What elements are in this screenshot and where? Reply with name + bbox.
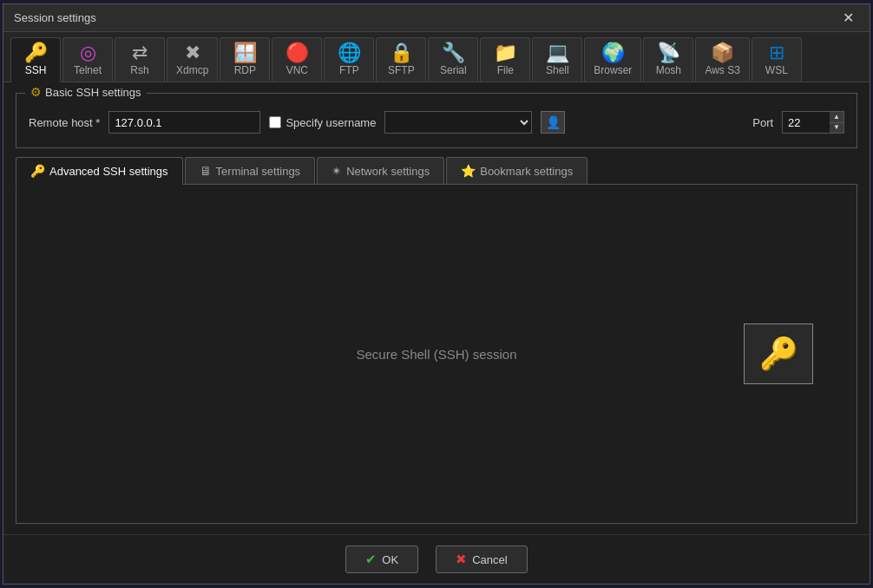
sub-tabs: 🔑Advanced SSH settings🖥Terminal settings…	[16, 157, 857, 185]
proto-label-sftp: SFTP	[388, 64, 415, 76]
sub-tab-label-advanced: Advanced SSH settings	[49, 165, 168, 178]
proto-icon-ftp: 🌐	[338, 43, 361, 62]
specify-username-label: Specify username	[286, 116, 376, 129]
settings-legend-icon: ⚙	[30, 85, 42, 99]
protocol-tab-serial[interactable]: 🔧Serial	[428, 37, 478, 82]
proto-icon-telnet: ◎	[80, 43, 96, 62]
key-icon: 🔑	[759, 336, 798, 372]
proto-label-wsl: WSL	[765, 64, 788, 76]
user-icon: 👤	[546, 115, 561, 129]
proto-label-awss3: Aws S3	[705, 64, 739, 76]
proto-label-ssh: SSH	[25, 64, 47, 76]
key-icon-box: 🔑	[744, 323, 813, 384]
proto-icon-rdp: 🪟	[233, 43, 257, 62]
proto-icon-file: 📁	[494, 43, 517, 62]
dialog-title: Session settings	[14, 11, 96, 24]
basic-settings-legend: ⚙ Basic SSH settings	[25, 85, 147, 99]
protocol-tab-vnc[interactable]: 🔴VNC	[272, 37, 322, 82]
proto-label-file: File	[497, 64, 514, 76]
protocol-tab-rsh[interactable]: ⇄Rsh	[115, 37, 165, 82]
sub-tab-icon-advanced: 🔑	[30, 164, 45, 178]
sub-tab-icon-terminal: 🖥	[200, 164, 212, 178]
sub-tab-icon-bookmark: ⭐	[461, 164, 476, 178]
protocol-tab-ftp[interactable]: 🌐FTP	[324, 37, 374, 82]
protocol-tab-wsl[interactable]: ⊞WSL	[752, 37, 802, 82]
proto-label-browser: Browser	[594, 64, 632, 76]
sub-tab-terminal[interactable]: 🖥Terminal settings	[185, 157, 316, 184]
proto-label-serial: Serial	[440, 64, 467, 76]
port-decrement-button[interactable]: ▼	[830, 123, 843, 134]
proto-label-rdp: RDP	[234, 64, 256, 76]
port-spin-buttons: ▲ ▼	[830, 111, 844, 134]
proto-icon-browser: 🌍	[601, 43, 625, 62]
proto-icon-vnc: 🔴	[286, 43, 309, 62]
proto-label-telnet: Telnet	[74, 64, 102, 76]
proto-label-shell: Shell	[546, 64, 569, 76]
port-label: Port	[752, 116, 773, 129]
remote-host-input[interactable]	[108, 111, 260, 134]
proto-icon-xdmcp: ✖	[185, 43, 200, 62]
proto-label-xdmcp: Xdmcp	[176, 64, 208, 76]
tab-content-area: Secure Shell (SSH) session 🔑	[16, 185, 857, 524]
remote-host-label: Remote host *	[29, 116, 100, 129]
protocol-tab-awss3[interactable]: 📦Aws S3	[695, 37, 749, 82]
main-content: ⚙ Basic SSH settings Remote host * Speci…	[3, 82, 870, 534]
protocol-tab-rdp[interactable]: 🪟RDP	[220, 37, 270, 82]
sub-tab-advanced[interactable]: 🔑Advanced SSH settings	[16, 157, 183, 185]
proto-label-ftp: FTP	[339, 64, 359, 76]
basic-ssh-settings-group: ⚙ Basic SSH settings Remote host * Speci…	[16, 93, 857, 148]
specify-username-checkbox[interactable]	[269, 116, 281, 128]
port-spinbox: ▲ ▼	[782, 111, 844, 134]
protocol-tab-telnet[interactable]: ◎Telnet	[62, 37, 113, 82]
protocol-tab-mosh[interactable]: 📡Mosh	[643, 37, 693, 82]
proto-label-rsh: Rsh	[130, 64, 148, 76]
ssh-info-text: Secure Shell (SSH) session	[356, 347, 516, 362]
cancel-icon: ✖	[456, 552, 467, 567]
sub-tab-label-network: Network settings	[346, 165, 430, 178]
cancel-label: Cancel	[472, 553, 507, 566]
proto-icon-shell: 💻	[546, 43, 569, 62]
sub-tab-icon-network: ✴	[331, 164, 342, 178]
sub-tab-label-terminal: Terminal settings	[216, 165, 301, 178]
protocol-tab-browser[interactable]: 🌍Browser	[584, 37, 641, 82]
protocol-tabs: 🔑SSH◎Telnet⇄Rsh✖Xdmcp🪟RDP🔴VNC🌐FTP🔒SFTP🔧S…	[3, 32, 870, 82]
user-icon-button[interactable]: 👤	[541, 111, 565, 134]
proto-icon-serial: 🔧	[442, 43, 465, 62]
proto-label-vnc: VNC	[286, 64, 308, 76]
sub-tab-network[interactable]: ✴Network settings	[317, 157, 444, 184]
proto-label-mosh: Mosh	[656, 64, 681, 76]
protocol-tab-sftp[interactable]: 🔒SFTP	[376, 37, 426, 82]
ok-label: OK	[382, 553, 398, 566]
ssh-basic-row: Remote host * Specify username 👤 Port ▲ …	[29, 111, 844, 134]
protocol-tab-shell[interactable]: 💻Shell	[532, 37, 582, 82]
specify-username-checkbox-label[interactable]: Specify username	[269, 116, 376, 129]
sub-tab-bookmark[interactable]: ⭐Bookmark settings	[446, 157, 587, 184]
ok-icon: ✔	[365, 552, 377, 567]
session-settings-dialog: Session settings ✕ 🔑SSH◎Telnet⇄Rsh✖Xdmcp…	[3, 3, 870, 585]
port-increment-button[interactable]: ▲	[830, 112, 843, 123]
close-button[interactable]: ✕	[837, 10, 859, 27]
ok-button[interactable]: ✔ OK	[345, 546, 418, 573]
protocol-tab-file[interactable]: 📁File	[480, 37, 530, 82]
basic-settings-legend-text: Basic SSH settings	[45, 86, 141, 99]
proto-icon-ssh: 🔑	[24, 43, 48, 62]
protocol-tab-ssh[interactable]: 🔑SSH	[10, 37, 61, 82]
sub-tab-label-bookmark: Bookmark settings	[480, 165, 573, 178]
proto-icon-sftp: 🔒	[390, 43, 413, 62]
proto-icon-wsl: ⊞	[769, 43, 784, 62]
title-bar: Session settings ✕	[3, 4, 870, 32]
username-dropdown[interactable]	[384, 111, 532, 134]
proto-icon-rsh: ⇄	[132, 43, 148, 62]
port-input[interactable]	[782, 111, 830, 134]
dialog-footer: ✔ OK ✖ Cancel	[3, 534, 870, 584]
proto-icon-mosh: 📡	[657, 43, 680, 62]
proto-icon-awss3: 📦	[711, 43, 734, 62]
cancel-button[interactable]: ✖ Cancel	[436, 546, 527, 573]
protocol-tab-xdmcp[interactable]: ✖Xdmcp	[167, 37, 218, 82]
